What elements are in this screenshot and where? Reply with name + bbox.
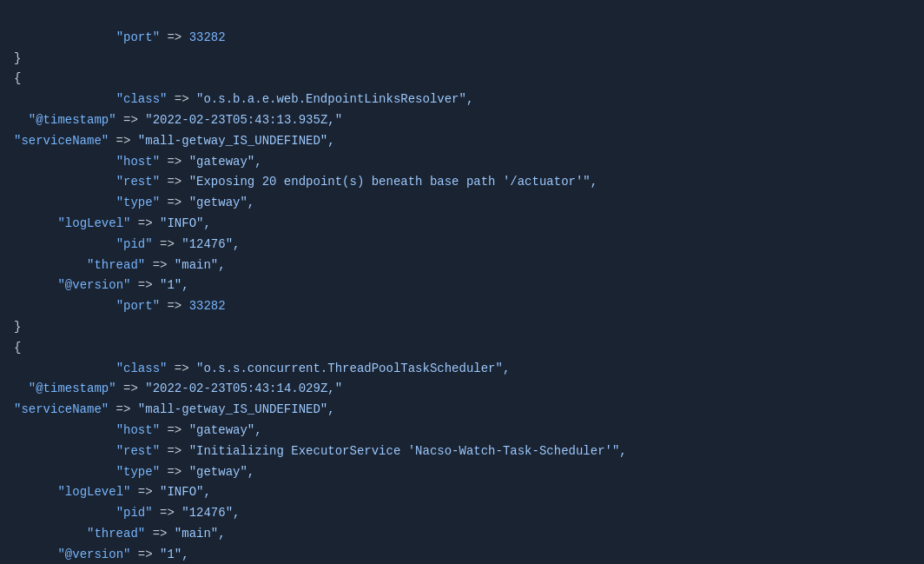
code-line: "pid" => "12476", [14, 503, 910, 524]
json-key: "pid" [116, 237, 153, 251]
json-value: "o.s.s.concurrent.ThreadPoolTaskSchedule… [196, 362, 510, 375]
json-key: "logLevel" [57, 216, 130, 230]
json-key: "@version" [57, 278, 130, 292]
json-key: "thread" [87, 527, 145, 541]
json-key: "pid" [116, 506, 153, 520]
code-line: "thread" => "main", [14, 255, 910, 276]
json-value: "INFO", [160, 216, 211, 230]
code-line: "port" => 33282 [14, 296, 910, 317]
code-block: "port" => 33282}{ "class" => "o.s.b.a.e.… [0, 0, 924, 564]
code-line: "logLevel" => "INFO", [14, 482, 910, 503]
code-line: { [14, 338, 910, 359]
json-value: 33282 [189, 299, 226, 313]
json-value: "o.s.b.a.e.web.EndpointLinksResolver", [196, 92, 473, 106]
code-line: "@version" => "1", [14, 275, 910, 296]
json-key: "host" [116, 423, 160, 437]
json-key: "serviceName" [14, 134, 109, 148]
json-value: "getway", [189, 465, 255, 479]
json-value: "mall-getway_IS_UNDEFINED", [138, 402, 335, 416]
json-value: 33282 [189, 30, 226, 44]
json-value: "gateway", [189, 423, 262, 437]
json-value: "mall-getway_IS_UNDEFINED", [138, 134, 335, 148]
json-key: "rest" [116, 175, 160, 189]
json-value: "gateway", [189, 155, 262, 169]
json-key: "rest" [116, 444, 160, 458]
json-key: "thread" [87, 258, 145, 272]
code-line: "class" => "o.s.b.a.e.web.EndpointLinksR… [14, 90, 910, 110]
code-line: "rest" => "Exposing 20 endpoint(s) benea… [14, 172, 910, 193]
json-value: "main", [175, 258, 226, 272]
code-line: "host" => "gateway", [14, 152, 910, 173]
json-key: "serviceName" [14, 402, 109, 416]
json-value: "2022-02-23T05:43:14.029Z," [145, 382, 342, 395]
code-line: "rest" => "Initializing ExecutorService … [14, 441, 910, 462]
json-key: "host" [116, 155, 160, 169]
code-line: "logLevel" => "INFO", [14, 214, 910, 235]
code-line: "@timestamp" => "2022-02-23T05:43:14.029… [14, 379, 910, 400]
json-key: "logLevel" [57, 485, 130, 499]
code-line: "host" => "gateway", [14, 421, 910, 441]
json-key: "@timestamp" [29, 113, 116, 127]
code-line: } [14, 317, 910, 338]
json-value: "2022-02-23T05:43:13.935Z," [145, 113, 342, 127]
code-line: "type" => "getway", [14, 462, 910, 483]
json-key: "class" [116, 92, 168, 106]
json-value: "12476", [182, 506, 240, 520]
json-key: "port" [116, 30, 160, 44]
code-line: "@timestamp" => "2022-02-23T05:43:13.935… [14, 110, 910, 131]
json-value: "main", [175, 527, 226, 541]
json-key: "@version" [57, 547, 130, 561]
json-value: "Initializing ExecutorService 'Nacso-Wat… [189, 444, 627, 458]
code-line: "@version" => "1", [14, 545, 910, 564]
code-line: "class" => "o.s.s.concurrent.ThreadPoolT… [14, 359, 910, 380]
json-key: "type" [116, 196, 160, 209]
json-value: "12476", [182, 237, 240, 251]
code-line: { [14, 69, 910, 90]
json-key: "class" [116, 362, 168, 375]
json-value: "getway", [189, 196, 255, 209]
json-value: "1", [160, 278, 189, 292]
json-value: "INFO", [160, 485, 211, 499]
code-line: "serviceName" => "mall-getway_IS_UNDEFIN… [14, 131, 910, 152]
code-line: "serviceName" => "mall-getway_IS_UNDEFIN… [14, 400, 910, 421]
json-value: "1", [160, 547, 189, 561]
code-line: "port" => 33282 [14, 28, 910, 49]
code-line: "thread" => "main", [14, 524, 910, 545]
code-line: "pid" => "12476", [14, 235, 910, 255]
code-line: "type" => "getway", [14, 193, 910, 214]
code-line: } [14, 49, 910, 70]
json-key: "@timestamp" [29, 382, 116, 395]
json-value: "Exposing 20 endpoint(s) beneath base pa… [189, 175, 597, 189]
json-key: "type" [116, 465, 160, 479]
json-key: "port" [116, 299, 160, 313]
